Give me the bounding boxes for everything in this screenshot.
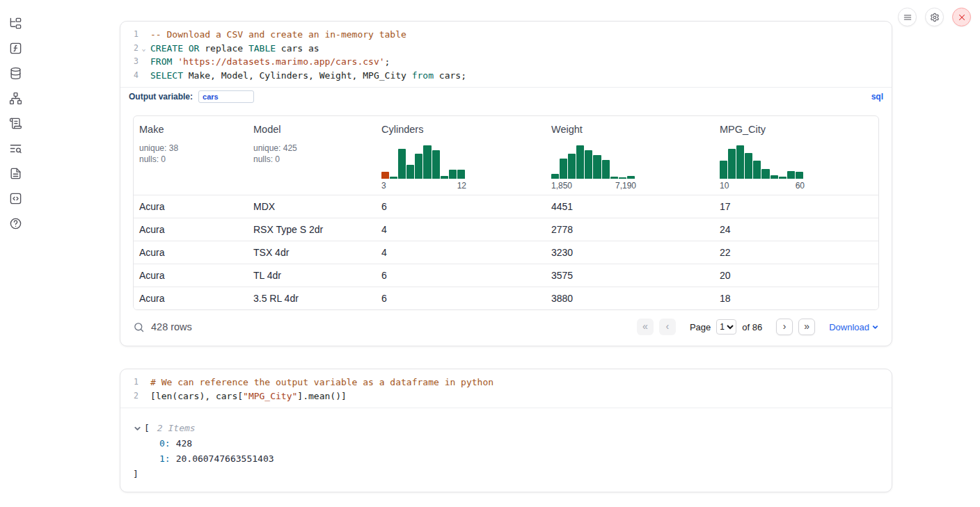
fold-spacer: [139, 55, 149, 69]
histogram-bar[interactable]: [415, 154, 422, 179]
histogram-bar[interactable]: [610, 177, 618, 179]
line-number: 2: [120, 389, 139, 403]
search-icon[interactable]: [133, 321, 145, 333]
line-number: 4: [120, 69, 139, 83]
output-item: 1:20.060747663551403: [120, 451, 892, 467]
histogram-bar[interactable]: [576, 145, 584, 179]
range-min-label: 10: [720, 181, 729, 191]
code-token: [len(cars), cars[: [150, 391, 243, 401]
code-text: CREATE OR replace TABLE cars as: [149, 42, 319, 56]
page-total-label: of 86: [742, 322, 762, 332]
sql-code-editor[interactable]: 1-- Download a CSV and create an in-memo…: [120, 22, 892, 87]
code-line: 2⌄CREATE OR replace TABLE cars as: [120, 42, 892, 56]
fold-indicator-icon[interactable]: ⌄: [139, 42, 149, 56]
histogram-bar[interactable]: [568, 154, 576, 179]
column-header-model[interactable]: Modelunique: 425nulls: 0: [248, 116, 376, 195]
sql-cell: 1-- Download a CSV and create an in-memo…: [120, 21, 892, 346]
shutdown-button[interactable]: [952, 8, 971, 26]
output-variable-input[interactable]: [198, 90, 254, 103]
code-line: 3FROM 'https://datasets.marimo.app/cars.…: [120, 55, 892, 69]
list-items-count: 2 Items: [157, 421, 196, 436]
output-item-key: 1:: [159, 453, 171, 464]
table-row[interactable]: AcuraTL 4dr6357520: [134, 264, 878, 287]
cell-output-list: [ 2 Items 0:4281:20.060747663551403 ]: [120, 408, 892, 492]
table-cell: 20: [714, 270, 878, 281]
code-token: TABLE: [248, 43, 276, 54]
code-text: SELECT Make, Model, Cylinders, Weight, M…: [149, 69, 466, 83]
column-header-mpg_city[interactable]: MPG_City1060: [714, 116, 878, 195]
histogram-bar[interactable]: [441, 176, 448, 179]
histogram-bar[interactable]: [770, 175, 778, 179]
histogram-bar[interactable]: [560, 159, 567, 179]
menu-button[interactable]: [898, 8, 917, 26]
file-explorer-icon[interactable]: [8, 15, 23, 31]
collapse-chevron-icon[interactable]: [134, 425, 141, 433]
column-header-cylinders[interactable]: Cylinders312: [376, 116, 546, 195]
histogram-bar[interactable]: [720, 161, 727, 179]
code-token: -- Download a CSV and create an in-memor…: [150, 29, 406, 40]
download-button[interactable]: Download: [829, 322, 879, 332]
histogram-bar[interactable]: [779, 177, 787, 179]
help-icon[interactable]: [8, 216, 23, 231]
histogram-bar[interactable]: [457, 170, 465, 179]
download-label: Download: [829, 322, 869, 332]
table-row[interactable]: AcuraTSX 4dr4323022: [134, 241, 878, 264]
first-page-button[interactable]: «: [637, 319, 654, 335]
histogram-bar[interactable]: [585, 150, 592, 179]
column-name: Weight: [551, 124, 709, 135]
table-cell: 4: [376, 224, 546, 235]
histogram-bar[interactable]: [796, 172, 803, 179]
column-histogram: [720, 143, 803, 179]
range-max-label: 12: [457, 181, 466, 191]
histogram-bar[interactable]: [449, 170, 457, 179]
histogram-bar[interactable]: [423, 145, 431, 179]
table-cell: 2778: [546, 224, 714, 235]
last-page-button[interactable]: »: [798, 319, 815, 335]
output-item: 0:428: [120, 436, 892, 451]
histogram-bar[interactable]: [787, 171, 795, 179]
histogram-bar[interactable]: [619, 177, 626, 179]
page-select[interactable]: 1: [716, 319, 736, 335]
documentation-icon[interactable]: [8, 166, 23, 181]
previous-page-button[interactable]: ‹: [659, 319, 676, 335]
language-badge[interactable]: sql: [871, 92, 883, 102]
range-min-label: 3: [381, 181, 386, 191]
dataframe-table: Makeunique: 38nulls: 0Modelunique: 425nu…: [133, 115, 879, 310]
histogram-bar[interactable]: [381, 172, 389, 179]
table-row[interactable]: Acura3.5 RL 4dr6388018: [134, 287, 878, 309]
data-sources-icon[interactable]: [8, 65, 23, 81]
list-entries: 0:4281:20.060747663551403: [120, 436, 892, 467]
histogram-bar[interactable]: [761, 169, 769, 179]
table-cell: Acura: [134, 201, 248, 212]
fold-spacer: [139, 28, 149, 42]
settings-button[interactable]: [925, 8, 944, 26]
histogram-bar[interactable]: [551, 174, 559, 179]
histogram-bar[interactable]: [728, 149, 736, 179]
python-code-editor[interactable]: 1# We can reference the output variable …: [120, 369, 892, 408]
table-row[interactable]: AcuraMDX6445117: [134, 195, 878, 218]
dependency-graph-icon[interactable]: [8, 90, 23, 106]
histogram-bar[interactable]: [398, 149, 406, 179]
variables-icon[interactable]: [8, 40, 23, 56]
code-token: 'https://datasets.marimo.app/cars.csv': [177, 56, 384, 67]
fold-spacer: [139, 389, 149, 403]
histogram-bar[interactable]: [602, 160, 610, 179]
logs-icon[interactable]: [8, 140, 23, 156]
histogram-bar[interactable]: [390, 177, 397, 179]
histogram-bar[interactable]: [406, 165, 414, 179]
fold-spacer: [139, 69, 149, 83]
histogram-bar[interactable]: [753, 161, 761, 179]
next-page-button[interactable]: ›: [776, 319, 793, 335]
table-row[interactable]: AcuraRSX Type S 2dr4277824: [134, 218, 878, 241]
histogram-bar[interactable]: [745, 153, 752, 179]
table-cell: 3880: [546, 293, 714, 304]
table-body: AcuraMDX6445117AcuraRSX Type S 2dr427782…: [134, 195, 878, 309]
histogram-bar[interactable]: [627, 176, 635, 179]
histogram-bar[interactable]: [432, 150, 440, 179]
histogram-bar[interactable]: [736, 145, 744, 179]
snippets-icon[interactable]: [8, 191, 23, 206]
column-header-weight[interactable]: Weight1,8507,190: [546, 116, 714, 195]
histogram-bar[interactable]: [593, 155, 601, 179]
scratchpad-icon[interactable]: [8, 115, 23, 131]
column-header-make[interactable]: Makeunique: 38nulls: 0: [134, 116, 248, 195]
